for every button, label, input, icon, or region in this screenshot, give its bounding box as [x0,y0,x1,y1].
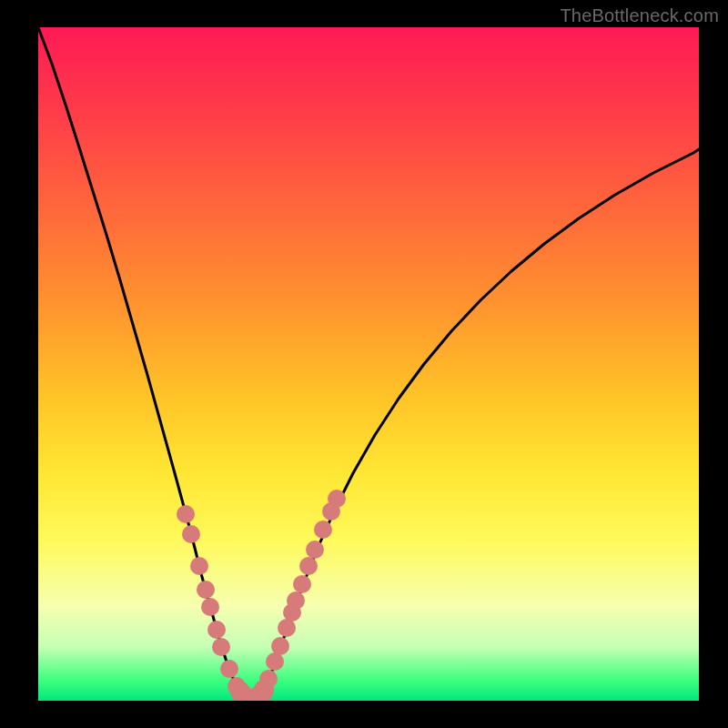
marker-dot [259,670,278,688]
chart-svg [38,27,699,701]
marker-dot [299,557,318,575]
marker-dot [190,557,208,575]
curve-right-curve [264,149,699,690]
marker-dot [306,541,324,559]
marker-dot [201,598,219,616]
marker-dot [287,592,305,610]
marker-dot [266,652,284,671]
marker-dot [212,638,230,656]
chart-frame: TheBottleneck.com [0,0,728,728]
marker-dot [293,575,311,593]
marker-dot [278,619,296,637]
marker-dot [328,490,346,508]
marker-dot [197,581,215,599]
marker-dot [177,505,195,523]
marker-dot [207,621,226,639]
watermark-text: TheBottleneck.com [560,5,719,26]
plot-area [38,27,699,701]
marker-dot [182,525,200,543]
marker-dot [314,521,332,539]
marker-dot [220,660,238,678]
marker-dot [271,637,289,655]
